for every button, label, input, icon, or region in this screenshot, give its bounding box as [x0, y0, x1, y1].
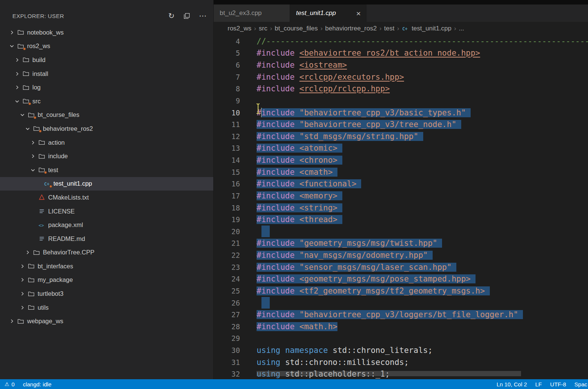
chevron-right-icon[interactable]	[30, 153, 38, 159]
eol-status[interactable]: LF	[535, 381, 542, 387]
chevron-right-icon[interactable]	[30, 140, 38, 145]
tab-test_unit1.cpp[interactable]: test_unit1.cpp×	[290, 5, 366, 22]
encoding-status[interactable]: UTF-8	[550, 381, 566, 387]
tree-item-bt_course_files[interactable]: bt_course_files	[0, 108, 213, 122]
tab-bar: bt_u2_ex3.cpptest_unit1.cpp×	[214, 5, 588, 22]
chevron-down-icon[interactable]	[30, 167, 38, 173]
tree-item-label: notebook_ws	[27, 29, 64, 36]
folder-icon	[28, 112, 38, 118]
chevron-down-icon[interactable]	[20, 112, 28, 118]
line-content: #include <thread>	[257, 215, 342, 224]
code-line-19: 19#include <thread>	[214, 213, 588, 226]
tree-item-BehaviorTree.CPP[interactable]: BehaviorTree.CPP	[0, 246, 213, 260]
breadcrumb-item-test_unit1.cpp[interactable]: test_unit1.cpp	[412, 25, 451, 32]
explorer-header: EXPLORER: USER ↻ ⋯	[0, 0, 213, 25]
chevron-right-icon[interactable]	[20, 291, 28, 297]
selected-newline	[261, 297, 270, 309]
chevron-down-icon[interactable]	[14, 98, 23, 104]
breadcrumb-separator-icon: ›	[397, 25, 399, 32]
line-content: #include <chrono>	[257, 156, 342, 165]
tree-item-my_package[interactable]: my_package	[0, 273, 213, 287]
tree-item-label: README.md	[48, 235, 85, 242]
tree-item-README.md[interactable]: README.md	[0, 232, 213, 246]
code-line-22: 22#include "nav_msgs/msg/odometry.hpp"	[214, 249, 588, 261]
line-number: 4	[214, 37, 240, 45]
code-lines: 4//-------------------------------------…	[214, 35, 588, 379]
folder-icon	[28, 304, 38, 311]
tree-item-src[interactable]: src	[0, 94, 213, 108]
tree-item-ros2_ws[interactable]: ros2_ws	[0, 39, 213, 53]
code-line-16: 16#include <functional>	[214, 178, 588, 190]
tree-item-label: utils	[38, 304, 49, 311]
git-modified-dot	[23, 47, 26, 50]
code-line-15: 15#include <cmath>	[214, 166, 588, 178]
breadcrumb-item-ros2_ws[interactable]: ros2_ws	[228, 25, 251, 32]
code-line-24: 24#include <geometry_msgs/msg/pose_stamp…	[214, 273, 588, 285]
refresh-explorer-icon[interactable]: ↻	[168, 12, 175, 20]
tree-item-action[interactable]: action	[0, 136, 213, 150]
breadcrumb-item-bt_course_files[interactable]: bt_course_files	[275, 25, 318, 32]
folder-icon	[23, 56, 32, 63]
chevron-right-icon[interactable]	[14, 85, 23, 90]
chevron-right-icon[interactable]	[9, 318, 17, 324]
tree-item-utils[interactable]: utils	[0, 301, 213, 315]
line-content: #include <rclcpp/executors.hpp>	[257, 73, 404, 82]
tree-item-behaviortree_ros2[interactable]: behaviortree_ros2	[0, 122, 213, 136]
chevron-right-icon[interactable]	[14, 71, 23, 77]
tree-item-webpage_ws[interactable]: webpage_ws	[0, 314, 213, 328]
line-number: 20	[214, 227, 240, 236]
horizontal-scrollbar[interactable]	[257, 371, 521, 376]
chevron-right-icon[interactable]	[9, 30, 17, 35]
clangd-status[interactable]: clangd: idle	[23, 381, 52, 387]
folder-icon	[28, 263, 38, 269]
breadcrumb-item-test[interactable]: test	[384, 25, 394, 32]
chevron-right-icon[interactable]	[14, 57, 23, 63]
line-number: 29	[214, 334, 240, 342]
explorer-sidebar: EXPLORER: USER ↻ ⋯ notebook_wsros2_wsbui…	[0, 0, 214, 379]
line-content: #include <rclcpp/rclcpp.hpp>	[257, 84, 390, 93]
chevron-right-icon[interactable]	[25, 250, 33, 255]
more-actions-icon[interactable]: ⋯	[199, 12, 207, 20]
breadcrumb-item-src[interactable]: src	[259, 25, 267, 32]
tree-item-install[interactable]: install	[0, 67, 213, 81]
code-line-20: 20	[214, 226, 588, 238]
explorer-title: EXPLORER: USER	[12, 13, 168, 19]
tree-item-label: test	[48, 166, 58, 174]
doc-file-icon	[38, 235, 48, 242]
tree-item-notebook_ws[interactable]: notebook_ws	[0, 26, 213, 39]
code-editor[interactable]: 4//-------------------------------------…	[214, 35, 588, 379]
tree-item-LICENSE[interactable]: LICENSE	[0, 204, 213, 218]
tree-item-log[interactable]: log	[0, 80, 213, 94]
git-modified-dot	[33, 116, 36, 119]
tree-item-CMakeLists.txt[interactable]: CMakeLists.txt	[0, 191, 213, 204]
collapse-folders-icon[interactable]	[184, 13, 190, 19]
line-content	[257, 226, 270, 237]
indentation-status[interactable]: Spac	[574, 381, 587, 387]
tree-item-bt_interfaces[interactable]: bt_interfaces	[0, 259, 213, 273]
tree-item-test[interactable]: test	[0, 163, 213, 177]
breadcrumb-item-...[interactable]: ...	[459, 25, 464, 32]
chevron-down-icon[interactable]	[9, 43, 17, 49]
code-line-4: 4//-------------------------------------…	[214, 35, 588, 47]
tree-item-turtlebot3[interactable]: turtlebot3	[0, 287, 213, 301]
tree-item-test_unit1.cpp[interactable]: C+test_unit1.cpp	[0, 177, 213, 191]
cursor-position-status[interactable]: Ln 10, Col 2	[497, 381, 527, 387]
chevron-right-icon[interactable]	[20, 277, 28, 283]
tree-item-build[interactable]: build	[0, 53, 213, 67]
chevron-right-icon[interactable]	[20, 263, 28, 269]
tab-bt_u2_ex3.cpp[interactable]: bt_u2_ex3.cpp	[214, 5, 290, 22]
chevron-down-icon[interactable]	[25, 126, 33, 132]
line-content: #include "behaviortree_cpp_v3/basic_type…	[257, 108, 471, 117]
line-content: #include "nav_msgs/msg/odometry.hpp"	[257, 251, 433, 260]
svg-text:C+: C+	[402, 26, 407, 32]
breadcrumb-item-behaviortree_ros2[interactable]: behaviortree_ros2	[325, 25, 377, 32]
problems-status[interactable]: ⚠ 0	[5, 381, 15, 387]
tree-item-include[interactable]: include	[0, 149, 213, 163]
doc-file-icon	[38, 208, 48, 215]
chevron-right-icon[interactable]	[20, 305, 28, 310]
line-content: #include <iostream>	[257, 61, 347, 70]
tree-item-package.xml[interactable]: <>package.xml	[0, 218, 213, 232]
close-tab-icon[interactable]: ×	[356, 9, 361, 17]
tab-label: bt_u2_ex3.cpp	[220, 9, 284, 17]
window-strip	[214, 0, 588, 5]
